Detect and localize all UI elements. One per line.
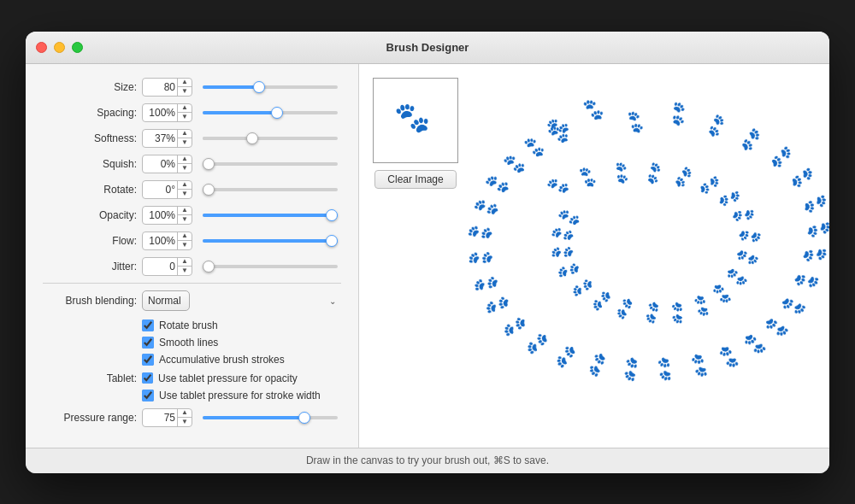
paw-print-icon: 🐾 — [738, 126, 764, 152]
minimize-button[interactable] — [54, 42, 65, 53]
paw-print-icon: 🐾 — [640, 158, 669, 187]
size-input[interactable] — [143, 81, 177, 93]
spacing-row: Spacing: ▲ ▼ — [43, 103, 341, 122]
opacity-slider[interactable] — [203, 214, 338, 217]
spacing-up-button[interactable]: ▲ — [178, 103, 192, 114]
squish-up-button[interactable]: ▲ — [178, 155, 192, 165]
tablet-stroke-label: Use tablet pressure for stroke width — [159, 390, 321, 401]
pressure-row: Pressure range: ▲ ▼ — [43, 408, 341, 427]
pressure-input[interactable] — [143, 412, 177, 424]
paw-print-icon: 🐾 — [553, 344, 577, 369]
paw-print-icon: 🐾 — [556, 204, 581, 230]
jitter-label: Jitter: — [43, 261, 137, 273]
blend-select-arrow-icon: ⌄ — [329, 296, 336, 305]
paw-print-icon: 🐾 — [716, 343, 744, 370]
paw-print-icon: 🐾 — [612, 296, 638, 321]
spacing-slider[interactable] — [203, 111, 338, 114]
maximize-button[interactable] — [72, 42, 83, 53]
flow-slider[interactable] — [203, 239, 338, 243]
flow-up-button[interactable]: ▲ — [178, 231, 192, 242]
tablet-stroke-row: Use tablet pressure for stroke width — [142, 390, 341, 401]
rotate-slider[interactable] — [203, 188, 338, 191]
right-panel[interactable]: 🐾 Clear Image 🐾🐾🐾🐾🐾🐾🐾🐾🐾🐾🐾🐾🐾🐾🐾🐾🐾🐾🐾🐾🐾🐾🐾🐾🐾🐾… — [359, 64, 829, 448]
softness-down-button[interactable]: ▼ — [178, 138, 192, 148]
paw-print-icon: 🐾 — [799, 238, 829, 270]
softness-input[interactable] — [143, 132, 177, 144]
jitter-input[interactable] — [143, 261, 177, 273]
flow-label: Flow: — [43, 235, 137, 247]
rotate-up-button[interactable]: ▲ — [178, 180, 192, 190]
size-slider[interactable] — [203, 85, 338, 89]
smooth-lines-checkbox[interactable] — [142, 337, 154, 349]
accumulative-label: Accumulative brush strokes — [159, 354, 285, 366]
blend-label: Brush blending: — [43, 295, 137, 307]
content-area: Size: ▲ ▼ Spacing: — [26, 64, 829, 448]
squish-input[interactable] — [143, 158, 177, 170]
paw-print-icon: 🐾 — [638, 299, 666, 328]
smooth-lines-label: Smooth lines — [159, 337, 218, 349]
softness-row: Softness: ▲ ▼ — [43, 129, 341, 148]
blend-row: Brush blending: Normal Multiply Screen O… — [43, 290, 341, 311]
titlebar: Brush Designer — [26, 32, 829, 64]
softness-up-button[interactable]: ▲ — [178, 129, 192, 139]
close-button[interactable] — [36, 42, 47, 53]
opacity-input[interactable] — [143, 209, 177, 221]
softness-input-wrapper: ▲ ▼ — [142, 129, 192, 148]
size-up-button[interactable]: ▲ — [178, 78, 192, 88]
opacity-down-button[interactable]: ▼ — [178, 215, 192, 225]
softness-stepper: ▲ ▼ — [177, 129, 192, 148]
flow-down-button[interactable]: ▼ — [178, 241, 192, 250]
paw-print-icon: 🐾 — [621, 107, 651, 136]
softness-label: Softness: — [43, 132, 137, 144]
smooth-lines-row: Smooth lines — [142, 337, 341, 349]
flow-input[interactable] — [143, 235, 177, 247]
rotate-down-button[interactable]: ▼ — [178, 190, 192, 199]
spacing-label: Spacing: — [43, 107, 137, 119]
paw-print-icon: 🐾 — [663, 97, 694, 129]
status-text: Draw in the canvas to try your brush out… — [306, 454, 549, 466]
accumulative-row: Accumulative brush strokes — [142, 354, 341, 366]
paw-print-icon: 🐾 — [703, 111, 729, 139]
squish-stepper: ▲ ▼ — [177, 155, 192, 173]
size-down-button[interactable]: ▼ — [178, 87, 192, 97]
spacing-input-wrapper: ▲ ▼ — [142, 103, 192, 122]
pressure-down-button[interactable]: ▼ — [178, 418, 192, 427]
squish-down-button[interactable]: ▼ — [178, 164, 192, 173]
paw-print-icon: 🐾 — [471, 192, 501, 222]
softness-slider[interactable] — [203, 137, 338, 140]
squish-input-wrapper: ▲ ▼ — [142, 155, 192, 173]
blend-select[interactable]: Normal Multiply Screen Overlay Darken Li… — [142, 290, 190, 311]
jitter-slider[interactable] — [203, 265, 338, 268]
squish-slider[interactable] — [203, 162, 338, 166]
rotate-brush-checkbox[interactable] — [142, 319, 154, 331]
paw-print-icon: 🐾 — [770, 144, 793, 167]
paw-print-icon: 🐾 — [789, 164, 815, 190]
tablet-stroke-checkbox[interactable] — [142, 390, 154, 401]
pressure-up-button[interactable]: ▲ — [178, 408, 192, 419]
pressure-input-wrapper: ▲ ▼ — [142, 408, 192, 427]
rotate-input-wrapper: ▲ ▼ — [142, 180, 192, 199]
rotate-input[interactable] — [143, 184, 177, 196]
accumulative-checkbox[interactable] — [142, 354, 154, 366]
spacing-down-button[interactable]: ▼ — [178, 113, 192, 122]
rotate-stepper: ▲ ▼ — [177, 180, 192, 199]
window-title: Brush Designer — [386, 41, 469, 54]
paw-print-icon: 🐾 — [684, 349, 715, 380]
traffic-lights — [36, 42, 83, 53]
rotate-row: Rotate: ▲ ▼ — [43, 180, 341, 199]
paw-print-icon: 🐾 — [580, 96, 606, 121]
opacity-up-button[interactable]: ▲ — [178, 206, 192, 216]
tablet-opacity-checkbox[interactable] — [142, 372, 153, 384]
rotate-brush-label: Rotate brush — [159, 319, 218, 331]
paw-print-icon: 🐾 — [575, 163, 602, 190]
squish-row: Squish: ▲ ▼ — [43, 155, 341, 173]
size-label: Size: — [43, 81, 137, 93]
pressure-slider[interactable] — [203, 416, 338, 419]
opacity-stepper: ▲ ▼ — [177, 206, 192, 225]
flow-input-wrapper: ▲ ▼ — [142, 231, 192, 250]
jitter-up-button[interactable]: ▲ — [178, 257, 192, 267]
rotate-brush-row: Rotate brush — [142, 319, 341, 331]
paw-print-icon: 🐾 — [744, 333, 767, 355]
spacing-input[interactable] — [143, 107, 177, 119]
jitter-down-button[interactable]: ▼ — [178, 267, 192, 276]
